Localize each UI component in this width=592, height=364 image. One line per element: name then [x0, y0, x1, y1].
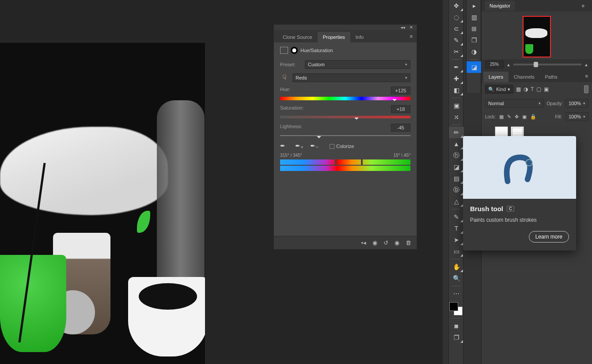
edit-toolbar-icon[interactable]: ⋯ — [449, 288, 464, 300]
opacity-select[interactable]: 100% ▾ — [565, 99, 588, 108]
panel-menu-icon[interactable]: ≡ — [410, 34, 413, 39]
quick-select-tool-icon[interactable]: ✎ — [449, 34, 464, 46]
chevron-down-icon: ▾ — [583, 101, 585, 106]
tab-channels[interactable]: Channels — [509, 72, 539, 82]
document-canvas[interactable] — [0, 43, 205, 364]
gradient-tool-icon[interactable]: ▤ — [449, 173, 464, 184]
tab-navigator[interactable]: Navigator — [485, 1, 515, 11]
photo-green-leaf — [137, 211, 150, 233]
crop-tool-icon[interactable]: ✂ — [449, 46, 464, 57]
zoom-out-icon[interactable]: ▲ — [506, 62, 511, 67]
preset-select[interactable]: Custom ▾ — [305, 60, 410, 69]
hue-slider[interactable] — [280, 96, 410, 101]
panel-titlebar[interactable]: ◂◂ ✕ — [274, 25, 417, 30]
saturation-slider-thumb[interactable] — [354, 118, 359, 122]
panel-tab-row: Clone Source Properties Info ≡ — [274, 30, 417, 42]
lightness-slider-thumb[interactable] — [317, 136, 321, 140]
lightness-slider[interactable] — [280, 133, 410, 138]
hue-value[interactable]: +125 — [391, 87, 410, 95]
toggle-visibility-icon[interactable]: ◉ — [395, 239, 399, 246]
lightness-value[interactable]: -45 — [391, 124, 410, 132]
lasso-tool-icon[interactable]: ⊂ — [449, 23, 464, 34]
tab-properties[interactable]: Properties — [318, 32, 350, 42]
delete-icon[interactable]: 🗑 — [406, 239, 411, 246]
lock-all-icon[interactable]: 🔒 — [530, 114, 536, 120]
chevron-down-icon: ▾ — [539, 101, 541, 106]
chevron-down-icon: ▾ — [583, 114, 585, 119]
eyedropper-subtract-icon[interactable]: ✒₋ — [310, 142, 318, 150]
clone-stamp-tool-icon[interactable]: ▲ — [449, 138, 464, 150]
color-range-bar-secondary[interactable] — [280, 166, 410, 171]
lock-image-icon[interactable]: ✎ — [507, 114, 511, 120]
foreground-color-swatch[interactable] — [449, 302, 458, 311]
view-previous-icon[interactable]: ◉ — [372, 239, 377, 246]
shape-tool-icon[interactable]: ▭ — [449, 246, 464, 257]
filter-pixel-icon[interactable]: ▦ — [516, 86, 521, 92]
saturation-slider[interactable] — [280, 115, 410, 119]
quick-mask-icon[interactable]: ◙ — [449, 320, 464, 332]
path-select-tool-icon[interactable]: ➤ — [449, 234, 464, 246]
color-panel-icon[interactable]: ◑ — [467, 46, 482, 57]
pen-tool-icon[interactable]: ✎ — [449, 211, 464, 223]
clip-to-layer-icon[interactable]: ▪◂ — [361, 239, 366, 246]
frame-tool-icon[interactable]: ▣ — [449, 100, 464, 111]
eraser-tool-icon[interactable]: ◪ — [449, 161, 464, 173]
learn-more-button[interactable]: Learn more — [529, 231, 569, 243]
filter-toggle[interactable] — [584, 85, 588, 93]
hand-tool-icon[interactable]: ✋ — [449, 261, 464, 273]
pattern-panel-icon[interactable]: ◪ — [467, 61, 482, 73]
zoom-in-icon[interactable]: ▲ — [584, 62, 588, 67]
filter-kind-select[interactable]: 🔍 Kind ▾ — [485, 85, 513, 94]
layers-menu-icon[interactable]: ≡ — [585, 73, 588, 79]
reset-icon[interactable]: ↺ — [383, 239, 388, 246]
panel-close-icon[interactable]: ✕ — [410, 25, 413, 30]
filter-type-icon[interactable]: T — [531, 86, 534, 92]
zoom-slider-thumb[interactable] — [534, 62, 538, 67]
patch-tool-icon[interactable]: ◧ — [449, 84, 464, 96]
zoom-value[interactable]: 25% — [485, 61, 504, 68]
color-range-bar[interactable] — [280, 159, 410, 165]
screen-mode-icon[interactable]: ❐ — [449, 332, 464, 343]
blur-tool-icon[interactable]: ⓑ — [449, 184, 464, 196]
histogram-panel-icon[interactable]: ▥ — [467, 11, 482, 23]
filter-shape-icon[interactable]: ▢ — [536, 86, 541, 92]
tab-clone-source[interactable]: Clone Source — [277, 32, 318, 42]
dodge-tool-icon[interactable]: △ — [449, 196, 464, 207]
lock-artboard-icon[interactable]: ▣ — [522, 114, 527, 120]
history-brush-tool-icon[interactable]: ⓗ — [449, 150, 464, 161]
filter-adjust-icon[interactable]: ◑ — [524, 86, 528, 92]
marquee-tool-icon[interactable]: ◌ — [449, 11, 464, 23]
shuffle-tool-icon[interactable]: ⤮ — [449, 111, 464, 123]
navigator-menu-icon[interactable]: ≡ — [582, 3, 585, 8]
zoom-tool-icon[interactable]: 🔍 — [449, 273, 464, 284]
fill-select[interactable]: 100% ▾ — [565, 112, 588, 121]
filter-smart-icon[interactable]: ▣ — [544, 86, 549, 92]
brush-tool-icon[interactable]: ✏ — [449, 127, 464, 138]
lock-position-icon[interactable]: ✥ — [515, 114, 519, 120]
hue-slider-thumb[interactable] — [392, 99, 397, 103]
lock-transparent-icon[interactable]: ▦ — [499, 114, 504, 120]
healing-tool-icon[interactable]: ✚ — [449, 73, 464, 84]
eyedropper-icon[interactable]: ✒ — [280, 142, 288, 150]
color-swatches[interactable] — [449, 302, 463, 315]
blend-mode-select[interactable]: Normal ▾ — [485, 99, 544, 108]
channel-select[interactable]: Reds ▾ — [292, 73, 410, 82]
colorize-checkbox[interactable]: Colorize — [330, 144, 354, 149]
tab-info[interactable]: Info — [350, 32, 369, 42]
eyedropper-tool-icon[interactable]: ✒ — [449, 61, 464, 73]
properties-panel[interactable]: ◂◂ ✕ Clone Source Properties Info ≡ Hue/… — [273, 24, 417, 250]
move-tool-icon[interactable]: ✥ — [449, 0, 464, 11]
swatches-grid-icon[interactable]: ⊞ — [467, 23, 482, 34]
navigator-thumbnail[interactable] — [523, 16, 551, 57]
zoom-slider[interactable] — [513, 64, 581, 65]
tab-layers[interactable]: Layers — [483, 72, 509, 82]
photo-body — [0, 127, 168, 215]
tab-paths[interactable]: Paths — [540, 72, 563, 82]
eyedropper-add-icon[interactable]: ✒₊ — [295, 142, 303, 150]
actions-panel-icon[interactable]: ▸ — [467, 0, 482, 11]
type-tool-icon[interactable]: T — [449, 223, 464, 234]
targeted-adjust-icon[interactable]: ☟ — [280, 73, 289, 82]
panel-collapse-icon[interactable]: ◂◂ — [401, 25, 405, 30]
libraries-panel-icon[interactable]: ❐ — [467, 34, 482, 46]
saturation-value[interactable]: +18 — [391, 105, 410, 113]
